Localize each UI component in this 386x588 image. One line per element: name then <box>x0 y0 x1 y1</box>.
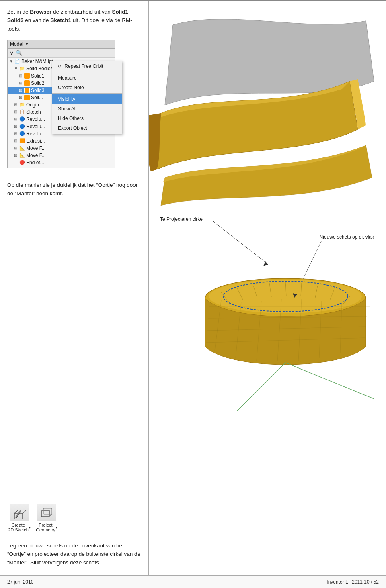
tree-label: Sketch <box>26 109 41 115</box>
create-2d-sketch-icon-box <box>10 504 29 521</box>
project-geometry-button[interactable]: ProjectGeometry ▾ <box>35 504 59 532</box>
model-label: Model <box>10 41 23 47</box>
menu-item-repeat-free-orbit[interactable]: ↺ Repeat Free Orbit <box>52 61 122 71</box>
tree-label: Solid1 <box>31 73 44 79</box>
item-icon: 📋 <box>19 109 25 114</box>
create-2d-sketch-label: Create2D Sketch ▾ <box>8 523 31 532</box>
paragraph-2: Op die manier zie je duidelijk dat het “… <box>7 181 141 198</box>
footer-page-info: Inventor LT 2011 10 / 52 <box>326 579 379 585</box>
browser-header: Model ▼ <box>8 40 115 49</box>
expand-icon: ⊞ <box>14 146 18 150</box>
search-icon[interactable]: 🔍 <box>16 50 22 56</box>
tree-label: Revolu... <box>26 124 45 129</box>
context-menu: ↺ Repeat Free Orbit Measure Create Note … <box>52 61 122 134</box>
top-3d-shape <box>149 1 386 210</box>
svg-line-9 <box>49 508 52 511</box>
menu-item-icon: ↺ <box>58 64 62 69</box>
menu-divider <box>52 72 122 72</box>
svg-line-8 <box>41 508 44 511</box>
expand-icon: ▼ <box>9 59 13 63</box>
svg-rect-6 <box>41 511 49 517</box>
item-icon: 🔵 <box>19 116 25 122</box>
project-geometry-icon-box <box>37 504 56 521</box>
expand-icon: ⊞ <box>14 131 18 136</box>
dropdown-arrow[interactable]: ▼ <box>25 42 29 46</box>
tree-label: Extrusi... <box>26 138 45 144</box>
svg-rect-7 <box>44 508 52 514</box>
svg-line-35 <box>285 363 374 399</box>
svg-line-36 <box>237 363 285 411</box>
item-icon: 🔵 <box>19 124 25 129</box>
expand-icon: ⊞ <box>19 88 23 92</box>
menu-item-show-all[interactable]: Show All <box>52 104 122 114</box>
item-icon: 📁 <box>19 102 25 107</box>
item-icon <box>24 73 30 79</box>
tree-item-movef1[interactable]: ⊞ 📐 Move F... <box>8 145 115 152</box>
tree-label: Beker M&M.ipt <box>21 59 53 64</box>
menu-divider-2 <box>52 93 122 94</box>
menu-item-label: Visibility <box>58 96 75 102</box>
tree-item-extrusi[interactable]: ⊞ 🟧 Extrusi... <box>8 137 115 145</box>
left-panel: Zet in de Browser de zichtbaarheid uit v… <box>0 1 149 575</box>
menu-item-label: Create Note <box>58 85 84 90</box>
menu-item-label: Hide Others <box>58 116 84 121</box>
tree-label: Solid2 <box>31 80 44 86</box>
expand-icon: ▼ <box>14 66 18 71</box>
tree-label: Origin <box>26 102 39 108</box>
item-icon <box>24 95 30 100</box>
bottom-3d-shape <box>149 210 386 459</box>
item-icon: 📄 <box>14 59 20 64</box>
svg-marker-5 <box>15 510 21 518</box>
item-icon: 📐 <box>19 153 25 158</box>
expand-icon: ⊞ <box>19 74 23 78</box>
menu-item-export-object[interactable]: Export Object <box>52 123 122 134</box>
menu-item-label: Show All <box>58 106 76 112</box>
footer: 27 juni 2010 Inventor LT 2011 10 / 52 <box>0 575 386 588</box>
project-geometry-icon <box>40 506 53 519</box>
content-row: Zet in de Browser de zichtbaarheid uit v… <box>0 1 386 575</box>
tree-label: Move F... <box>26 153 46 158</box>
menu-item-measure[interactable]: Measure <box>52 73 122 83</box>
item-icon: 🔴 <box>19 160 25 165</box>
svg-point-14 <box>209 280 362 313</box>
item-icon: 🔵 <box>19 131 25 136</box>
menu-item-create-note[interactable]: Create Note <box>52 83 122 92</box>
expand-icon: ⊞ <box>14 139 18 143</box>
item-icon <box>24 88 30 93</box>
expand-icon: ⊞ <box>14 124 18 129</box>
tree-item-movef2[interactable]: ⊞ 📐 Move F... <box>8 152 115 159</box>
item-icon: 📁 <box>19 66 25 71</box>
browser-toolbar: ⊽ 🔍 <box>8 49 115 58</box>
item-icon: 🟧 <box>19 138 25 143</box>
expand-icon: ⊞ <box>14 110 18 114</box>
toolbar-row: Create2D Sketch ▾ <box>7 504 141 532</box>
menu-item-hide-others[interactable]: Hide Others <box>52 114 122 123</box>
browser-panel: Model ▼ ⊽ 🔍 ▼ 📄 Beker M&M.ipt ▼ 📁 <box>7 40 115 168</box>
create-2d-sketch-button[interactable]: Create2D Sketch ▾ <box>7 504 31 532</box>
tree-label: Soli... <box>31 95 43 100</box>
item-icon <box>24 80 30 86</box>
svg-line-10 <box>49 514 52 517</box>
item-icon: 📐 <box>19 145 25 151</box>
expand-icon: ⊞ <box>14 102 18 107</box>
svg-marker-38 <box>263 261 268 266</box>
menu-item-label: Export Object <box>58 125 87 131</box>
tree-label: End of... <box>26 160 44 165</box>
tree-label: Revolu... <box>26 131 45 137</box>
expand-icon: ⊞ <box>19 95 23 100</box>
filter-icon[interactable]: ⊽ <box>10 50 14 56</box>
create-2d-sketch-icon <box>13 506 26 519</box>
right-bottom-view: Te Projecteren cirkel Nieuwe schets op d… <box>149 210 386 575</box>
svg-line-2 <box>23 510 26 513</box>
paragraph-1: Zet in de Browser de zichtbaarheid uit v… <box>7 8 141 33</box>
right-top-view <box>149 1 386 210</box>
tree-label: Move F... <box>26 145 46 151</box>
project-geometry-label: ProjectGeometry ▾ <box>36 523 57 532</box>
paragraph-3: Leg een nieuwe schets op de bovenkant va… <box>7 542 141 567</box>
expand-icon: ⊞ <box>14 117 18 121</box>
tree-item-endof[interactable]: 🔴 End of... <box>8 159 115 168</box>
svg-line-11 <box>213 221 265 262</box>
tree-label: Solid3 <box>31 88 44 93</box>
tree-label: Revolu... <box>26 116 45 122</box>
menu-item-visibility[interactable]: Visibility <box>52 94 122 104</box>
